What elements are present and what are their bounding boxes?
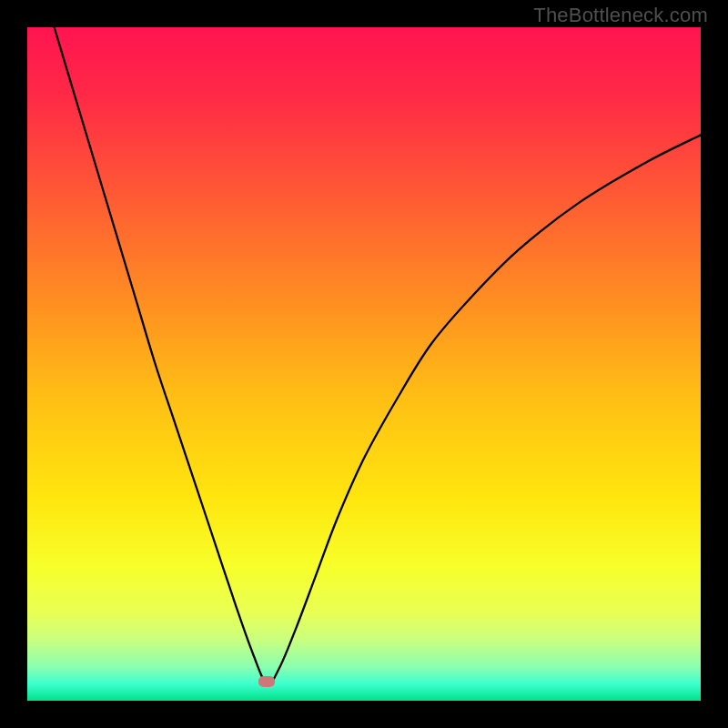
chart-frame: TheBottleneck.com xyxy=(0,0,728,728)
bottleneck-curve xyxy=(27,27,701,701)
watermark-text: TheBottleneck.com xyxy=(533,4,708,27)
optimum-marker xyxy=(258,676,275,687)
plot-area xyxy=(27,27,701,701)
